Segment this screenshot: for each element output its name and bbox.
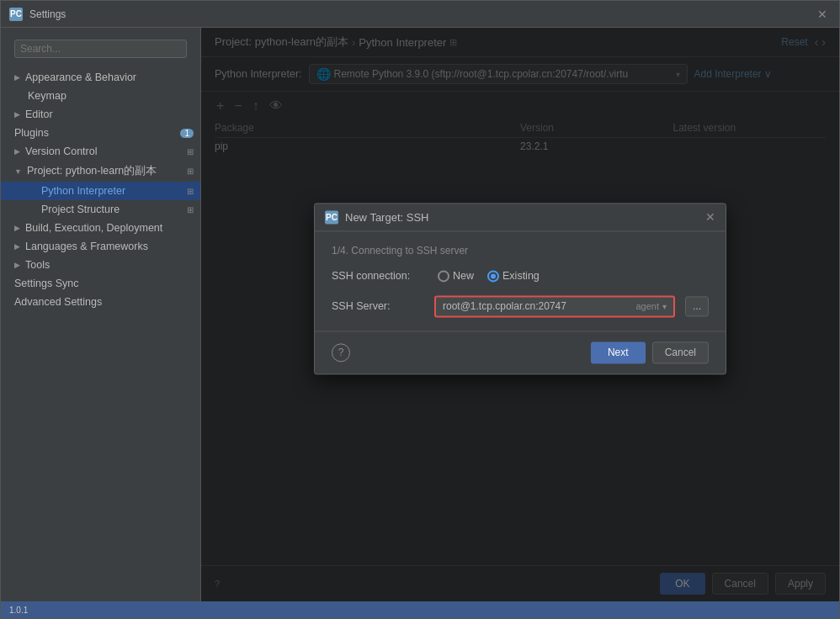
sidebar-item-plugins[interactable]: Plugins 1 (1, 124, 200, 142)
modal-step: 1/4. Connecting to SSH server (332, 245, 709, 257)
radio-circle-existing (487, 270, 499, 282)
arrow-icon: ▶ (14, 73, 20, 82)
arrow-icon: ▶ (14, 224, 20, 232)
sidebar-item-version-control[interactable]: ▶ Version Control ⊞ (1, 142, 200, 161)
next-button[interactable]: Next (591, 341, 646, 363)
pin-icon: ⊞ (187, 187, 194, 196)
modal-new-target-ssh: PC New Target: SSH ✕ 1/4. Connecting to … (314, 203, 726, 374)
sidebar-item-project[interactable]: ▼ Project: python-learn的副本 ⊞ (1, 161, 200, 182)
ssh-server-agent: agent (635, 301, 659, 311)
sidebar-item-label: Project Structure (41, 204, 120, 215)
arrow-icon: ▶ (14, 242, 20, 251)
ssh-server-selector[interactable]: root@1.tcp.cpolar.cn:20747 agent ▾ (434, 295, 675, 317)
modal-title-bar: PC New Target: SSH ✕ (315, 204, 726, 231)
version-text: 1.0.1 (9, 606, 28, 615)
search-input[interactable] (14, 40, 187, 58)
sidebar-item-python-interpreter[interactable]: Python Interpreter ⊞ (1, 182, 200, 200)
plugins-badge: 1 (180, 129, 194, 138)
modal-footer: ? Next Cancel (315, 331, 726, 373)
modal-title: New Target: SSH (345, 211, 428, 224)
sidebar-item-settings-sync[interactable]: Settings Sync (1, 274, 200, 293)
sidebar-item-label: Plugins (14, 127, 49, 139)
arrow-icon: ▶ (14, 147, 20, 156)
ssh-more-button[interactable]: ... (685, 296, 709, 316)
sidebar-item-label: Keymap (28, 90, 66, 102)
radio-circle-new (438, 270, 449, 282)
arrow-icon: ▶ (14, 110, 20, 119)
main-content: ▶ Appearance & Behavior Keymap ▶ Editor … (1, 28, 839, 601)
sidebar-item-label: Editor (25, 108, 53, 120)
settings-window: PC Settings ✕ ▶ Appearance & Behavior Ke… (0, 0, 840, 619)
sidebar: ▶ Appearance & Behavior Keymap ▶ Editor … (1, 28, 201, 601)
search-bar (8, 34, 194, 63)
sidebar-item-tools[interactable]: ▶ Tools (1, 256, 200, 274)
arrow-icon: ▶ (14, 261, 20, 269)
close-button[interactable]: ✕ (814, 6, 831, 23)
sidebar-item-project-structure[interactable]: Project Structure ⊞ (1, 200, 200, 219)
sidebar-item-label: Project: python-learn的副本 (27, 164, 157, 178)
pin-icon: ⊞ (187, 147, 194, 156)
sidebar-item-label: Languages & Frameworks (25, 241, 148, 252)
sidebar-item-label: Python Interpreter (41, 185, 125, 197)
sidebar-item-label: Appearance & Behavior (25, 71, 136, 83)
ssh-server-value: root@1.tcp.cpolar.cn:20747 (443, 300, 632, 312)
sidebar-item-editor[interactable]: ▶ Editor (1, 105, 200, 124)
modal-close-button[interactable]: ✕ (705, 210, 715, 224)
window-title: Settings (29, 8, 66, 20)
radio-label-existing: Existing (502, 270, 540, 282)
modal-footer-actions: Next Cancel (591, 341, 709, 363)
ssh-connection-row: SSH connection: New Existing (332, 270, 709, 282)
modal-cancel-button[interactable]: Cancel (652, 341, 709, 363)
help-button[interactable]: ? (332, 343, 350, 362)
sidebar-item-label: Advanced Settings (14, 296, 102, 308)
sidebar-item-label: Version Control (25, 145, 97, 157)
radio-group: New Existing (438, 270, 540, 282)
sidebar-item-advanced-settings[interactable]: Advanced Settings (1, 293, 200, 311)
radio-option-new[interactable]: New (438, 270, 474, 282)
sidebar-item-build-execution[interactable]: ▶ Build, Execution, Deployment (1, 219, 200, 237)
title-bar: PC Settings ✕ (1, 1, 839, 28)
pin-icon: ⊞ (187, 205, 194, 214)
right-panel: Project: python-learn的副本 › Python Interp… (201, 28, 839, 601)
ssh-connection-label: SSH connection: (332, 270, 424, 282)
version-bar: 1.0.1 (1, 601, 839, 618)
ssh-server-row: SSH Server: root@1.tcp.cpolar.cn:20747 a… (332, 295, 709, 317)
sidebar-item-label: Build, Execution, Deployment (25, 222, 162, 234)
radio-option-existing[interactable]: Existing (487, 270, 540, 282)
sidebar-item-keymap[interactable]: Keymap (1, 87, 200, 105)
radio-label-new: New (453, 270, 474, 282)
arrow-icon: ▼ (14, 167, 22, 176)
sidebar-item-label: Tools (25, 259, 50, 271)
sidebar-item-appearance-behavior[interactable]: ▶ Appearance & Behavior (1, 68, 200, 87)
ssh-server-caret-icon: ▾ (662, 302, 667, 311)
modal-body: 1/4. Connecting to SSH server SSH connec… (315, 231, 726, 331)
ssh-server-label: SSH Server: (332, 300, 424, 312)
app-icon: PC (9, 8, 23, 21)
sidebar-item-languages-frameworks[interactable]: ▶ Languages & Frameworks (1, 237, 200, 256)
modal-icon: PC (325, 210, 338, 224)
sidebar-item-label: Settings Sync (14, 278, 78, 289)
pin-icon: ⊞ (187, 167, 194, 176)
